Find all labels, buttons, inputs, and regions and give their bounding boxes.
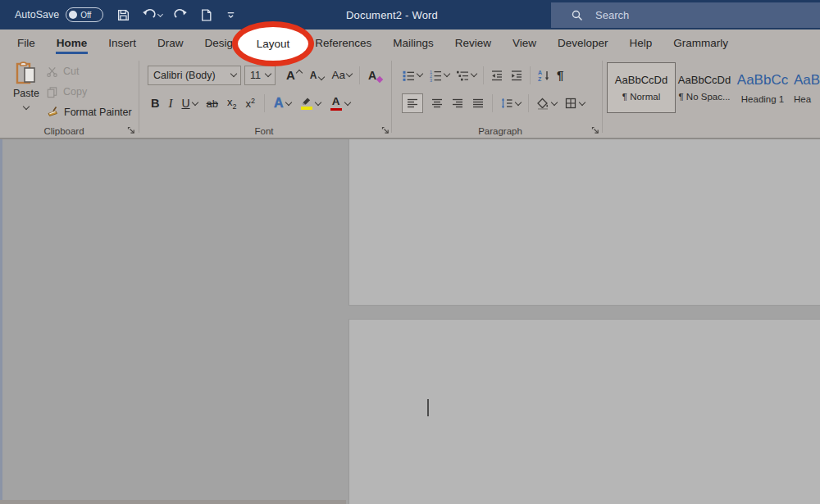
tab-references[interactable]: References	[304, 30, 382, 56]
superscript-button[interactable]: x2	[246, 98, 256, 109]
highlight-dropdown-icon[interactable]	[314, 98, 321, 105]
text-effects-dropdown-icon[interactable]	[285, 98, 291, 105]
style-heading-1[interactable]: AaBbCc Heading 1	[733, 62, 792, 113]
underline-dropdown-icon[interactable]	[191, 98, 198, 105]
autosave-label: AutoSave	[15, 9, 59, 20]
strikethrough-button[interactable]: ab	[207, 98, 218, 110]
subscript-mark: 2	[233, 102, 237, 110]
annotation-red-circle-icon	[232, 21, 314, 66]
style-preview: AaBbCcDd	[678, 74, 731, 86]
shading-button[interactable]	[536, 97, 557, 110]
change-case-dropdown-icon[interactable]	[346, 70, 353, 77]
word-window: 1 2 3	[0, 0, 820, 504]
shrink-font-button[interactable]: A	[306, 70, 328, 80]
subscript-button[interactable]: x2	[227, 97, 237, 111]
style-no-spacing[interactable]: AaBbCcDd ¶ No Spac...	[676, 62, 733, 113]
style-normal[interactable]: AaBbCcDd ¶ Normal	[607, 62, 676, 113]
justify-icon[interactable]	[472, 97, 485, 110]
new-file-icon[interactable]	[199, 8, 213, 22]
styles-gallery: AaBbCcDd ¶ Normal AaBbCcDd ¶ No Spac... …	[607, 62, 820, 113]
highlight-color-button[interactable]	[300, 97, 321, 110]
redo-icon[interactable]	[174, 8, 188, 22]
clear-formatting-glyph: A	[368, 69, 376, 82]
customize-qat-icon[interactable]	[225, 9, 237, 21]
font-color-button[interactable]: A	[330, 96, 350, 111]
clipboard-group-label: Clipboard	[23, 125, 105, 138]
text-effects-button[interactable]: A	[274, 96, 291, 111]
shading-dropdown-icon[interactable]	[551, 98, 558, 105]
paste-dropdown-icon[interactable]	[23, 103, 30, 110]
italic-button[interactable]: I	[168, 97, 172, 111]
sort-icon[interactable]	[537, 69, 550, 82]
tab-grammarly[interactable]: Grammarly	[663, 30, 739, 56]
bold-button[interactable]: B	[151, 97, 159, 110]
tab-file[interactable]: File	[7, 30, 46, 56]
undo-icon	[142, 8, 156, 22]
format-painter-button[interactable]: Format Painter	[46, 103, 132, 121]
tab-draw[interactable]: Draw	[147, 30, 194, 56]
autosave-toggle[interactable]: Off	[66, 7, 103, 22]
borders-button[interactable]	[564, 97, 585, 110]
change-case-button[interactable]: Aa	[328, 69, 357, 81]
font-name-dropdown-icon[interactable]	[230, 70, 237, 77]
multilevel-dropdown-icon[interactable]	[471, 70, 477, 77]
clear-formatting-button[interactable]: A	[363, 69, 381, 82]
paragraph-dialog-launcher-icon[interactable]	[590, 125, 600, 135]
increase-indent-icon[interactable]	[510, 69, 523, 82]
font-size-combo[interactable]: 11	[244, 66, 276, 85]
font-group: Calibri (Body) 11 A A Aa	[141, 56, 392, 138]
undo-dropdown-icon[interactable]	[157, 11, 163, 16]
font-color-dropdown-icon[interactable]	[344, 98, 350, 105]
ribbon: Paste Cut Copy Format Painter Clipboard	[0, 56, 820, 138]
page-2[interactable]	[348, 319, 820, 504]
search-box[interactable]	[551, 2, 820, 28]
search-icon	[571, 9, 584, 22]
grow-font-glyph: A	[286, 69, 295, 81]
tab-insert[interactable]: Insert	[98, 30, 147, 56]
undo-button[interactable]	[142, 8, 162, 22]
save-icon[interactable]	[116, 8, 130, 22]
align-right-icon[interactable]	[451, 97, 464, 110]
document-canvas[interactable]	[0, 139, 820, 504]
numbering-dropdown-icon[interactable]	[444, 70, 450, 77]
clipboard-group: Paste Cut Copy Format Painter Clipboard	[0, 56, 139, 138]
paste-button[interactable]: Paste	[8, 61, 44, 121]
tab-developer[interactable]: Developer	[547, 30, 619, 56]
document-title: Document2 - Word	[289, 0, 494, 30]
format-painter-icon	[46, 106, 59, 119]
tab-mailings[interactable]: Mailings	[382, 30, 444, 56]
search-input[interactable]	[594, 8, 777, 22]
align-left-button[interactable]	[402, 93, 423, 113]
grow-font-button[interactable]: A	[282, 69, 306, 81]
align-left-icon	[406, 97, 419, 110]
canvas-bottom-edge	[0, 500, 346, 504]
bullets-button[interactable]	[402, 69, 422, 82]
font-name-combo[interactable]: Calibri (Body)	[148, 66, 241, 85]
tab-view[interactable]: View	[502, 30, 547, 56]
clipboard-dialog-launcher-icon[interactable]	[126, 125, 136, 135]
tab-review[interactable]: Review	[444, 30, 502, 56]
cut-button[interactable]: Cut	[46, 62, 79, 80]
copy-button[interactable]: Copy	[46, 83, 87, 101]
window-left-edge	[0, 139, 2, 504]
shrink-font-glyph: A	[310, 70, 317, 80]
multilevel-list-button[interactable]	[456, 69, 476, 82]
show-hide-marks-button[interactable]: ¶	[557, 68, 563, 82]
font-dialog-launcher-icon[interactable]	[380, 125, 390, 135]
font-size-dropdown-icon[interactable]	[265, 70, 271, 77]
quick-access-toolbar	[116, 8, 237, 22]
font-color-icon: A	[330, 96, 343, 111]
underline-button[interactable]: U	[181, 97, 197, 110]
page-1[interactable]	[348, 139, 820, 306]
tab-home[interactable]: Home	[46, 30, 98, 56]
bullets-dropdown-icon[interactable]	[417, 70, 423, 77]
line-spacing-button[interactable]	[500, 97, 521, 110]
align-center-icon[interactable]	[430, 97, 444, 110]
numbering-button[interactable]	[429, 69, 449, 82]
borders-dropdown-icon[interactable]	[579, 98, 585, 105]
group-separator	[602, 61, 603, 133]
tab-help[interactable]: Help	[619, 30, 663, 56]
style-heading-2-clipped[interactable]: AaB Hea	[792, 62, 820, 113]
decrease-indent-icon[interactable]	[490, 69, 503, 82]
line-spacing-dropdown-icon[interactable]	[515, 98, 522, 105]
